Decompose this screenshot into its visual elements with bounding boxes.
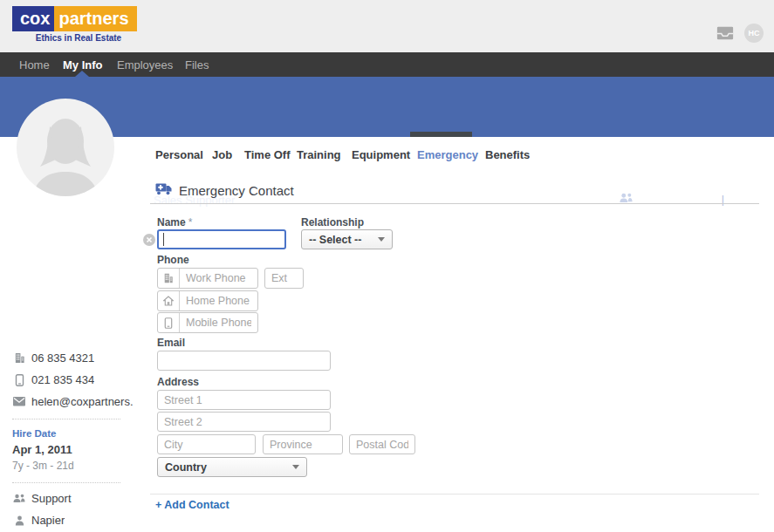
building-icon [12,352,26,364]
nav-item-files[interactable]: Files [185,58,209,72]
remove-contact-icon[interactable] [143,234,155,246]
text-cursor [163,233,164,246]
mobile-phone-input[interactable] [180,313,257,332]
nav-item-home[interactable]: Home [19,58,50,72]
home-phone-field [157,290,258,311]
home-icon [158,291,180,310]
email-value[interactable]: helen@coxpartners.c… [31,395,133,408]
chevron-down-icon [292,465,299,469]
sidebar-divider [12,482,120,483]
mobile-phone-row: 021 835 434 [12,373,133,386]
phone-label: Phone [157,254,189,266]
hire-date-label: Hire Date [12,428,133,439]
city-input[interactable] [157,434,256,454]
address-label: Address [157,376,199,388]
chevron-down-icon [378,237,385,242]
department-value: Support [31,492,72,505]
sidebar-content: 06 835 4321 021 835 434 helen@coxpartner… [0,351,133,532]
relationship-selected-value: -- Select -- [309,234,378,246]
department-row: Support [12,492,133,505]
add-contact-rule [150,494,759,494]
country-selected-value: Country [165,461,292,474]
work-phone-input[interactable] [180,269,257,288]
relationship-label: Relationship [301,216,364,228]
nav-item-my-info[interactable]: My Info [63,58,103,72]
tab-emergency[interactable]: Emergency [417,148,478,161]
tenure-value: 7y - 3m - 21d [12,460,133,472]
envelope-icon [12,397,26,406]
province-input[interactable] [263,434,343,454]
user-avatar-initials[interactable]: HC [744,24,764,43]
tab-training[interactable]: Training [297,148,341,161]
brand-tagline: Ethics in Real Estate [12,33,145,43]
home-phone-input[interactable] [180,291,257,310]
mobile-phone-value: 021 835 434 [31,373,94,386]
building-icon [158,269,180,288]
country-select[interactable]: Country [157,457,307,477]
section-header: Emergency Contact [155,181,294,199]
hire-date-value: Apr 1, 2011 [12,443,133,456]
division-value: Napier [31,514,65,527]
top-bar: cox partners Ethics in Real Estate HC [0,0,774,52]
tab-time-off[interactable]: Time Off [244,148,291,161]
street2-input[interactable] [157,412,331,432]
nav-item-employees[interactable]: Employees [117,58,173,72]
team-icon [12,494,26,503]
sidebar-divider [12,419,120,419]
person-icon [12,515,26,526]
tab-equipment[interactable]: Equipment [352,148,410,161]
employee-photo-placeholder[interactable] [17,99,114,196]
tab-personal[interactable]: Personal [155,148,203,161]
ambulance-icon [155,181,172,199]
mobile-icon [12,374,26,386]
logo-partners: partners [54,6,136,31]
logo-cox: cox [12,6,54,31]
add-contact-link[interactable]: + Add Contact [155,499,229,511]
work-phone-row: 06 835 4321 [12,351,133,365]
section-title: Emergency Contact [179,183,294,198]
active-nav-caret [75,71,89,77]
company-logo[interactable]: cox partners [12,6,137,31]
relationship-select[interactable]: -- Select -- [301,229,393,249]
street1-input[interactable] [157,390,331,410]
tab-benefits[interactable]: Benefits [485,148,530,161]
work-phone-field [157,268,258,289]
tab-job[interactable]: Job [212,148,232,161]
inbox-tray-icon[interactable] [716,24,735,42]
required-asterisk: * [188,216,193,228]
work-phone-value: 06 835 4321 [31,351,94,365]
division-row: Napier [12,514,133,527]
ext-input[interactable] [264,268,304,289]
main-nav: Home My Info Employees Files [0,52,774,77]
postal-code-input[interactable] [349,434,415,454]
contact-email-input[interactable] [157,351,331,371]
name-label: Name* [157,216,192,228]
email-row: helen@coxpartners.c… [12,395,133,408]
profile-header: Helen Grace-Anne Cox Sales Supporter 2 o… [0,77,774,137]
mobile-icon [158,313,180,332]
mobile-phone-field [157,312,258,333]
profile-tabs: Personal Job Time Off Training Equipment… [133,137,774,170]
email-label: Email [157,337,185,349]
section-rule [150,203,759,204]
contact-name-input[interactable] [157,229,286,249]
